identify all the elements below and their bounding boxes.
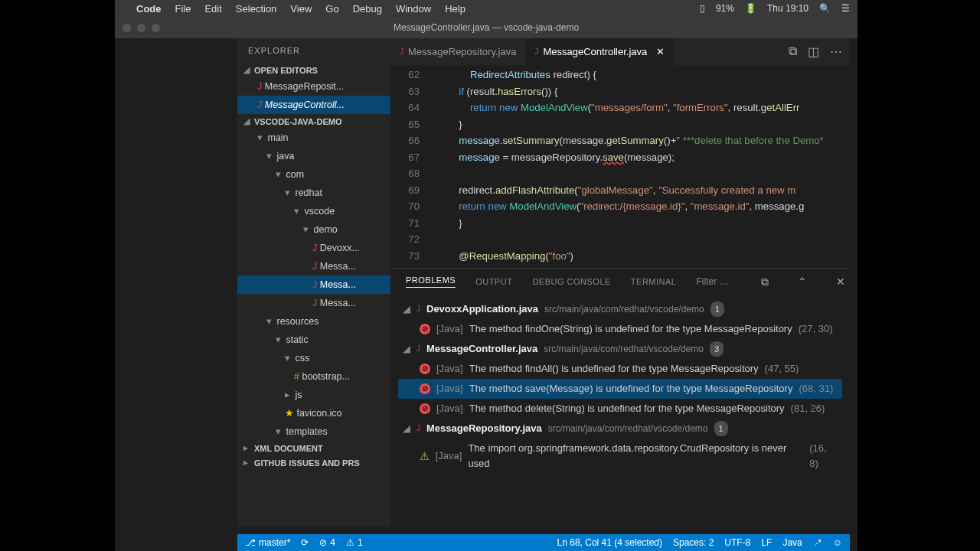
panel-tab-terminal[interactable]: TERMINAL <box>631 277 677 286</box>
control-center-icon[interactable]: ☰ <box>841 3 850 14</box>
window-titlebar: MessageController.java — vscode-java-dem… <box>115 17 858 38</box>
menu-file[interactable]: File <box>175 3 191 15</box>
menu-selection[interactable]: Selection <box>236 3 276 15</box>
problem-file[interactable]: ◢J MessageController.java src/main/java/… <box>398 339 842 359</box>
tree-item[interactable]: J Messa... <box>237 257 390 276</box>
collapse-icon[interactable]: ⌃ <box>798 276 807 288</box>
tree-item[interactable]: J Messa... <box>237 276 390 294</box>
menu-help[interactable]: Help <box>445 3 466 15</box>
editor-tab[interactable]: JMessageController.java✕ <box>525 38 674 65</box>
explorer-panel: EXPLORER ◢OPEN EDITORS J MessageReposit.… <box>237 38 390 527</box>
menu-view[interactable]: View <box>290 3 312 15</box>
search-icon[interactable]: 🔍 <box>819 3 831 14</box>
menu-debug[interactable]: Debug <box>353 3 382 15</box>
split-icon[interactable]: ◫ <box>808 44 819 59</box>
app-name[interactable]: Code <box>136 3 162 15</box>
feedback-icon[interactable]: ⭧ <box>813 537 822 548</box>
open-editors-section[interactable]: ◢OPEN EDITORS <box>237 63 390 77</box>
tree-item[interactable]: ▾ demo <box>237 220 390 239</box>
problem-item[interactable]: ⊘ [Java] The method findAll() is undefin… <box>398 359 842 379</box>
explorer-title: EXPLORER <box>237 38 390 63</box>
status-bar: ⎇ master* ⟳ ⊘ 4 ⚠ 1 Ln 68, Col 41 (4 sel… <box>237 534 850 551</box>
encoding[interactable]: UTF-8 <box>724 537 750 548</box>
bell-icon[interactable]: ☺ <box>833 537 842 548</box>
menu-go[interactable]: Go <box>325 3 338 15</box>
tree-item[interactable]: ▾ main <box>237 129 390 147</box>
battery-shape-icon: 🔋 <box>745 3 756 14</box>
tree-item[interactable]: ★ favicon.ico <box>237 404 390 422</box>
error-count[interactable]: ⊘ 4 <box>319 537 335 548</box>
menu-window[interactable]: Window <box>396 3 431 15</box>
open-editor-item[interactable]: J MessageReposit... <box>237 77 390 96</box>
tree-item[interactable]: ▾ static <box>237 331 390 349</box>
editor-tab[interactable]: JMessageRepository.java <box>390 38 525 65</box>
window-title: MessageController.java — vscode-java-dem… <box>394 22 579 33</box>
indent[interactable]: Spaces: 2 <box>673 537 714 548</box>
min-dot[interactable] <box>137 24 145 32</box>
menu-edit[interactable]: Edit <box>204 3 221 15</box>
problem-item[interactable]: ⊘ [Java] The method save(Message) is und… <box>398 379 842 399</box>
project-section[interactable]: ◢VSCODE-JAVA-DEMO <box>237 114 390 129</box>
battery-icon: ▯ <box>700 3 705 14</box>
clock: Thu 19:10 <box>767 3 808 14</box>
close-dot[interactable] <box>122 24 131 32</box>
open-editor-item[interactable]: J MessageControll... <box>237 96 390 114</box>
problem-item[interactable]: ⚠ [Java] The import org.springframework.… <box>398 439 842 474</box>
problem-file[interactable]: ◢J DevoxxApplication.java src/main/java/… <box>398 299 842 319</box>
problem-item[interactable]: ⊘ [Java] The method findOne(String) is u… <box>398 319 842 339</box>
tree-item[interactable]: ▸ js <box>237 386 390 404</box>
panel-tab-problems[interactable]: PROBLEMS <box>406 276 456 288</box>
close-panel-icon[interactable]: ✕ <box>836 276 845 288</box>
problem-item[interactable]: ⊘ [Java] The method delete(String) is un… <box>398 399 842 419</box>
bottom-panel: PROBLEMSOUTPUTDEBUG CONSOLETERMINAL Filt… <box>390 268 850 527</box>
panel-tab-output[interactable]: OUTPUT <box>475 277 512 286</box>
tree-item[interactable]: ▾ templates <box>237 422 390 441</box>
max-dot[interactable] <box>152 24 160 32</box>
macos-menubar: Code FileEditSelectionViewGoDebugWindowH… <box>115 0 858 17</box>
sync-icon[interactable]: ⟳ <box>301 537 309 548</box>
tree-item[interactable]: ▾ redhat <box>237 184 390 202</box>
more-icon[interactable]: ⋯ <box>830 44 842 59</box>
tree-item[interactable]: ▾ css <box>237 349 390 367</box>
language[interactable]: Java <box>782 537 802 548</box>
github-section[interactable]: ▸GITHUB ISSUES AND PRS <box>237 455 390 470</box>
cursor-pos[interactable]: Ln 68, Col 41 (4 selected) <box>557 537 662 548</box>
tree-item[interactable]: ▾ com <box>237 165 390 184</box>
eol[interactable]: LF <box>761 537 772 548</box>
tree-item[interactable]: ▾ java <box>237 147 390 165</box>
panel-tab-debug-console[interactable]: DEBUG CONSOLE <box>532 277 610 286</box>
problem-file[interactable]: ◢J MessageRepository.java src/main/java/… <box>398 419 842 439</box>
tree-item[interactable]: ▾ resources <box>237 312 390 331</box>
compare-icon[interactable]: ⧉ <box>789 44 797 59</box>
editor-tabbar: JMessageRepository.javaJMessageControlle… <box>390 38 850 65</box>
battery-pct: 91% <box>716 3 734 14</box>
tree-item[interactable]: # bootstrap... <box>237 367 390 386</box>
filter-input[interactable]: Filter by type or t... <box>696 276 732 287</box>
code-editor[interactable]: 626364656667686970717273 RedirectAttribu… <box>390 65 850 268</box>
warning-count[interactable]: ⚠ 1 <box>346 537 363 548</box>
xml-section[interactable]: ▸XML DOCUMENT <box>237 441 390 455</box>
tree-item[interactable]: J Devoxx... <box>237 239 390 257</box>
git-branch[interactable]: ⎇ master* <box>245 537 290 548</box>
tree-item[interactable]: ▾ vscode <box>237 202 390 220</box>
clear-icon[interactable]: ⧉ <box>761 276 769 289</box>
tree-item[interactable]: J Messa... <box>237 294 390 312</box>
close-tab-icon[interactable]: ✕ <box>656 46 665 57</box>
